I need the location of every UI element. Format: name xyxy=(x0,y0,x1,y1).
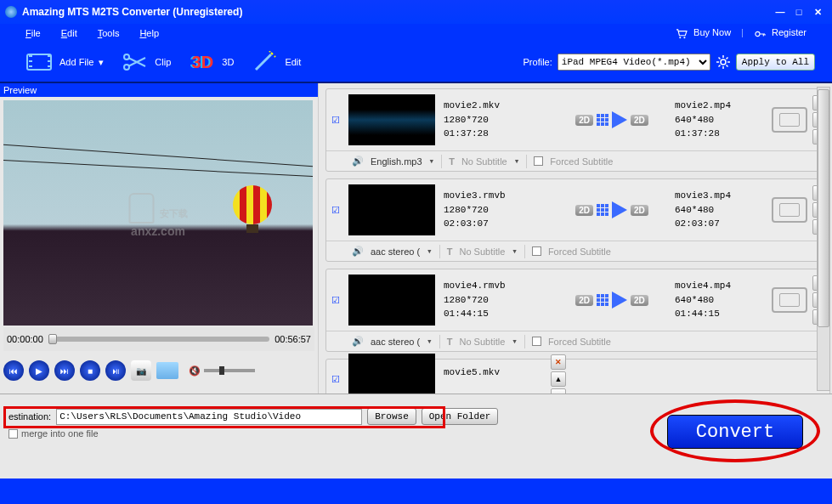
forced-subtitle-label: Forced Subtitle xyxy=(550,156,613,167)
output-info: movie3.mp4640*48002:03:07 xyxy=(675,189,768,231)
file-row: ☑movie2.mkv1280*72001:37:282D2Dmovie2.mp… xyxy=(325,88,830,172)
profile-select[interactable]: iPad MPEG4 Video(*.mp4) xyxy=(557,54,710,71)
balloon-graphic xyxy=(233,185,272,233)
preview-video[interactable]: 安下载anxz.com xyxy=(3,100,313,326)
3d-icon: 3D xyxy=(188,49,217,75)
svg-point-1 xyxy=(683,37,685,38)
preview-pane: Preview 安下载anxz.com 00:00:00 00:56:57 ⏮ … xyxy=(0,83,318,394)
edit-button[interactable]: Edit xyxy=(251,49,301,75)
file-thumbnail[interactable] xyxy=(348,354,435,394)
file-checkbox[interactable]: ☑ xyxy=(326,295,345,306)
forced-subtitle-checkbox[interactable] xyxy=(532,337,541,346)
file-thumbnail[interactable] xyxy=(348,184,435,235)
output-info: movie4.mp4640*48001:44:15 xyxy=(675,279,768,321)
file-row: ☑movie4.rmvb1280*72001:44:152D2Dmovie4.m… xyxy=(325,269,830,352)
forced-subtitle-label: Forced Subtitle xyxy=(548,246,611,257)
file-row-footer: 🔊 English.mp3 ▾T No Subtitle ▾ Forced Su… xyxy=(326,150,829,171)
merge-checkbox[interactable] xyxy=(8,429,18,439)
subtitle-track[interactable]: No Subtitle xyxy=(461,156,507,167)
volume-slider[interactable] xyxy=(204,369,255,372)
subtitle-track[interactable]: No Subtitle xyxy=(459,337,505,347)
maximize-button[interactable]: □ xyxy=(790,5,808,19)
snapshot-folder-button[interactable] xyxy=(156,362,178,379)
prev-button[interactable]: ⏮ xyxy=(3,360,24,381)
buy-now-link[interactable]: Buy Now xyxy=(676,27,731,38)
speaker-icon: 🔊 xyxy=(352,336,364,347)
audio-track[interactable]: aac stereo ( xyxy=(371,246,420,257)
scrollbar[interactable] xyxy=(817,87,830,391)
cart-icon xyxy=(676,29,688,39)
add-file-button[interactable]: Add File ▾ xyxy=(25,49,104,75)
wand-icon xyxy=(251,49,280,75)
input-info: movie4.rmvb1280*72001:44:15 xyxy=(439,279,549,321)
menu-edit[interactable]: Edit xyxy=(61,28,77,38)
step-button[interactable]: ⏯ xyxy=(105,360,126,381)
file-checkbox[interactable]: ☑ xyxy=(326,115,345,126)
scissors-icon xyxy=(121,49,150,75)
register-link[interactable]: Register xyxy=(754,27,807,38)
key-icon xyxy=(754,29,766,39)
input-info: movie3.rmvb1280*72002:03:07 xyxy=(439,189,549,231)
time-start: 00:00:00 xyxy=(7,334,43,344)
conversion-arrow: 2D2D xyxy=(549,201,675,218)
titlebar: Amazing MTS M2TS Converter (Unregistered… xyxy=(0,0,832,24)
menu-help[interactable]: Help xyxy=(139,28,159,38)
file-list: ☑movie2.mkv1280*72001:37:282D2Dmovie2.mp… xyxy=(318,83,832,394)
mute-icon[interactable]: 🔇 xyxy=(189,365,201,377)
device-button[interactable] xyxy=(772,287,807,313)
bottom-panel: estination: Browse Open Folder merge int… xyxy=(0,394,832,479)
file-checkbox[interactable]: ☑ xyxy=(326,374,345,385)
menubar: File Edit Tools Help Buy Now | Register xyxy=(0,24,832,42)
minimize-button[interactable]: — xyxy=(771,5,790,19)
file-checkbox[interactable]: ☑ xyxy=(326,205,345,216)
device-button[interactable] xyxy=(772,197,807,223)
destination-input[interactable] xyxy=(56,409,362,425)
forced-subtitle-checkbox[interactable] xyxy=(534,156,543,166)
film-icon xyxy=(25,49,54,75)
next-button[interactable]: ⏭ xyxy=(54,360,75,381)
input-info: movie5.mkv xyxy=(439,365,549,394)
toolbar: Add File ▾ Clip 3D 3D Edit Profile: iPad… xyxy=(0,42,832,82)
svg-point-2 xyxy=(756,31,760,36)
device-button[interactable] xyxy=(772,107,807,133)
speaker-icon: 🔊 xyxy=(352,156,364,167)
preview-header: Preview xyxy=(0,83,318,97)
clip-button[interactable]: Clip xyxy=(121,49,171,75)
file-thumbnail[interactable] xyxy=(348,94,435,145)
audio-track[interactable]: English.mp3 xyxy=(371,156,422,167)
stop-button[interactable]: ■ xyxy=(80,360,100,381)
svg-point-0 xyxy=(679,37,681,38)
play-button[interactable]: ▶ xyxy=(29,360,49,381)
menu-tools[interactable]: Tools xyxy=(98,28,120,38)
gear-icon[interactable] xyxy=(716,54,731,70)
conversion-arrow: 2D2D xyxy=(549,292,675,309)
time-end: 00:56:57 xyxy=(275,334,311,344)
input-info: movie2.mkv1280*72001:37:28 xyxy=(439,99,549,141)
profile-label: Profile: xyxy=(524,57,552,67)
remove-button[interactable]: ✕ xyxy=(551,354,566,370)
audio-track[interactable]: aac stereo ( xyxy=(371,337,420,347)
close-button[interactable]: ✕ xyxy=(808,5,827,19)
snapshot-button[interactable]: 📷 xyxy=(131,360,151,381)
open-folder-button[interactable]: Open Folder xyxy=(422,408,499,425)
apply-to-all-button[interactable]: Apply to All xyxy=(736,54,815,71)
menu-file[interactable]: File xyxy=(25,28,41,38)
window-title: Amazing MTS M2TS Converter (Unregistered… xyxy=(22,6,242,18)
move-up-button[interactable]: ▲ xyxy=(551,371,566,387)
browse-button[interactable]: Browse xyxy=(367,408,416,425)
forced-subtitle-label: Forced Subtitle xyxy=(548,337,611,347)
conversion-arrow: 2D2D xyxy=(549,111,675,128)
file-thumbnail[interactable] xyxy=(348,275,435,326)
file-row-footer: 🔊 aac stereo ( ▾T No Subtitle ▾ Forced S… xyxy=(326,331,829,351)
convert-button[interactable]: Convert xyxy=(667,415,803,449)
seek-slider[interactable] xyxy=(48,337,269,342)
app-logo-icon xyxy=(5,6,17,18)
speaker-icon: 🔊 xyxy=(352,246,364,257)
forced-subtitle-checkbox[interactable] xyxy=(532,246,541,256)
subtitle-track[interactable]: No Subtitle xyxy=(459,246,505,257)
file-row-footer: 🔊 aac stereo ( ▾T No Subtitle ▾ Forced S… xyxy=(326,241,829,261)
file-row: ☑movie3.rmvb1280*72002:03:072D2Dmovie3.m… xyxy=(325,178,830,262)
svg-point-6 xyxy=(721,59,726,65)
3d-button[interactable]: 3D 3D xyxy=(188,49,234,75)
destination-label: estination: xyxy=(8,411,51,422)
